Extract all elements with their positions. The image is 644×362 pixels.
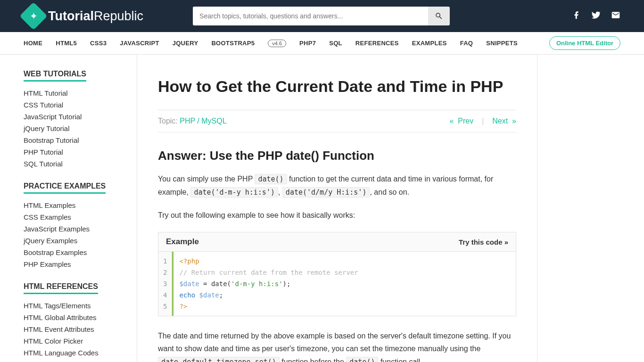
inline-code: date('d/m/y H:i:s'): [282, 187, 370, 197]
nav-javascript[interactable]: JAVASCRIPT: [120, 40, 159, 47]
example-box: Example Try this code » 12345 <?php // R…: [158, 232, 516, 316]
search-input[interactable]: [193, 7, 428, 25]
sidebar-list-examples: HTML Examples CSS Examples JavaScript Ex…: [24, 199, 137, 270]
topic-link[interactable]: PHP / MySQL: [180, 117, 226, 125]
sidebar-item[interactable]: HTML Tutorial: [24, 87, 137, 99]
sidebar-heading-references: HTML REFERENCES: [24, 282, 98, 294]
paragraph: You can simply use the PHP date() functi…: [158, 173, 516, 198]
nav-references[interactable]: REFERENCES: [355, 40, 399, 47]
nav-sql[interactable]: SQL: [329, 40, 342, 47]
sidebar-item[interactable]: Bootstrap Tutorial: [24, 134, 137, 146]
nav-items: HOME HTML5 CSS3 JAVASCRIPT JQUERY BOOTST…: [24, 40, 518, 47]
sidebar-item[interactable]: JavaScript Examples: [24, 223, 137, 235]
sidebar-list-references: HTML Tags/Elements HTML Global Attribute…: [24, 300, 137, 359]
nav-jquery[interactable]: JQUERY: [173, 40, 198, 47]
sidebar-item[interactable]: JavaScript Tutorial: [24, 111, 137, 123]
inline-code: date('d-m-y h:i:s'): [190, 187, 278, 197]
nav-bar: HOME HTML5 CSS3 JAVASCRIPT JQUERY BOOTST…: [0, 32, 644, 55]
logo-icon: ✦: [19, 2, 47, 30]
sidebar-heading-examples: PRACTICE EXAMPLES: [24, 182, 106, 194]
sidebar: WEB TUTORIALS HTML Tutorial CSS Tutorial…: [0, 55, 137, 362]
sidebar-item[interactable]: HTML Examples: [24, 199, 137, 211]
page-title: How to Get the Current Date and Time in …: [158, 77, 516, 96]
prev-link[interactable]: « Prev: [449, 117, 473, 125]
code-body: 12345 <?php // Return current date from …: [158, 252, 516, 316]
nav-html5[interactable]: HTML5: [56, 40, 77, 47]
sidebar-item[interactable]: HTML Color Picker: [24, 335, 137, 347]
line-numbers: 12345: [158, 252, 172, 316]
answer-heading: Answer: Use the PHP date() Function: [158, 148, 516, 163]
topic-label: Topic:: [158, 117, 180, 125]
inline-code: date_default_timezone_set(): [158, 357, 280, 362]
sidebar-item[interactable]: CSS Examples: [24, 211, 137, 223]
nav-bootstrap5[interactable]: BOOTSTRAP5: [211, 40, 255, 47]
topic-row: Topic: PHP / MySQL « Prev | Next »: [158, 110, 516, 132]
sidebar-item[interactable]: CSS Tutorial: [24, 99, 137, 111]
code-content: <?php // Return current date from the re…: [172, 252, 516, 316]
online-editor-button[interactable]: Online HTML Editor: [549, 36, 620, 50]
example-title: Example: [166, 237, 199, 247]
topic-breadcrumb: Topic: PHP / MySQL: [158, 117, 227, 125]
inline-code: date(): [255, 174, 287, 184]
article-content: How to Get the Current Date and Time in …: [137, 55, 537, 362]
badge-version[interactable]: v4.6: [268, 40, 286, 47]
sidebar-item[interactable]: Bootstrap Examples: [24, 247, 137, 258]
sidebar-item[interactable]: PHP Examples: [24, 258, 137, 270]
try-code-link[interactable]: Try this code »: [459, 238, 508, 246]
sidebar-item[interactable]: HTML Event Attributes: [24, 323, 137, 335]
logo-text: TutorialRepublic: [48, 9, 143, 24]
social-icons: [572, 10, 620, 22]
top-header: ✦ TutorialRepublic: [0, 0, 644, 32]
topic-nav: « Prev | Next »: [449, 117, 516, 125]
main-layout: WEB TUTORIALS HTML Tutorial CSS Tutorial…: [0, 55, 644, 362]
nav-css3[interactable]: CSS3: [90, 40, 107, 47]
email-icon[interactable]: [611, 10, 620, 22]
sidebar-item[interactable]: HTML Language Codes: [24, 347, 137, 359]
nav-faq[interactable]: FAQ: [460, 40, 473, 47]
paragraph: The date and time returned by the above …: [158, 329, 516, 362]
logo[interactable]: ✦ TutorialRepublic: [24, 6, 143, 26]
nav-php7[interactable]: PHP7: [299, 40, 316, 47]
nav-examples[interactable]: EXAMPLES: [412, 40, 447, 47]
inline-code: date(): [346, 357, 378, 362]
sidebar-item[interactable]: HTML Tags/Elements: [24, 300, 137, 312]
nav-separator: |: [482, 117, 484, 125]
sidebar-item[interactable]: PHP Tutorial: [24, 146, 137, 158]
nav-home[interactable]: HOME: [24, 40, 42, 47]
sidebar-list-tutorials: HTML Tutorial CSS Tutorial JavaScript Tu…: [24, 87, 137, 170]
next-link[interactable]: Next »: [492, 117, 516, 125]
search-icon: [435, 12, 443, 20]
sidebar-heading-tutorials: WEB TUTORIALS: [24, 70, 86, 82]
nav-snippets[interactable]: SNIPPETS: [486, 40, 518, 47]
search-button[interactable]: [428, 7, 450, 25]
paragraph: Try out the following example to see how…: [158, 209, 516, 222]
sidebar-item[interactable]: HTML Global Attributes: [24, 312, 137, 323]
twitter-icon[interactable]: [591, 10, 601, 22]
search-form: [193, 7, 450, 25]
facebook-icon[interactable]: [572, 10, 581, 22]
sidebar-item[interactable]: SQL Tutorial: [24, 158, 137, 170]
example-header: Example Try this code »: [158, 232, 516, 252]
sidebar-item[interactable]: jQuery Examples: [24, 235, 137, 247]
sidebar-item[interactable]: jQuery Tutorial: [24, 123, 137, 134]
